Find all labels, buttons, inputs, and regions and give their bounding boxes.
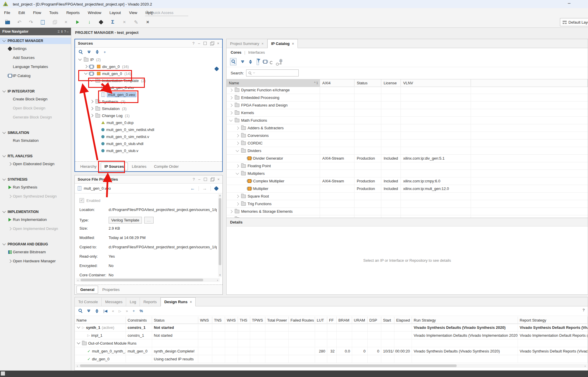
bottom-tab-log[interactable]: Log	[126, 298, 140, 306]
catalog-row-multipliers[interactable]: Multipliers	[227, 170, 588, 177]
source-item-ip[interactable]: IP(2)	[75, 56, 222, 63]
step-to-icon[interactable]: ↓	[86, 19, 92, 25]
minimize-icon[interactable]: –	[198, 41, 200, 46]
run-row-div_gen_0[interactable]: ✓div_gen_0Using cached IP results	[75, 355, 588, 363]
catalog-row-multiplier[interactable]: MultiplierProductionIncludedxilinx.com:i…	[227, 185, 588, 193]
run-row-synth_1[interactable]: ▷synth_1(active)constrs_1Not startedViva…	[75, 324, 588, 331]
menu-edit[interactable]: Edit	[14, 11, 29, 15]
runs-column-constraints[interactable]: Constraints	[126, 317, 152, 324]
run-row-mult_gen_0_synth_1[interactable]: ✓mult_gen_0_synth_1mult_gen_0synth_desig…	[75, 347, 588, 355]
catalog-row-kernels[interactable]: Kernels	[227, 109, 588, 117]
source-item-instantiation-template[interactable]: Instantiation Template(2)	[75, 77, 222, 84]
catalog-row-fpga-features-and-design[interactable]: FPGA Features and Design	[227, 102, 588, 109]
flow-section-project-manager[interactable]: PROJECT MANAGER	[0, 38, 71, 44]
flow-section-synthesis[interactable]: SYNTHESIS	[0, 176, 71, 183]
scroll-right-icon[interactable]: ›	[215, 278, 220, 282]
maximize-icon[interactable]	[204, 178, 207, 181]
source-item-synthesis[interactable]: Synthesis(3)	[75, 98, 222, 105]
scroll-right-icon[interactable]: ›	[583, 364, 587, 368]
enabled-checkbox[interactable]: ✓	[79, 198, 84, 203]
catalog-row-complex-multiplier[interactable]: Complex MultiplierAXI4-StreamProductionI…	[227, 177, 588, 185]
catalog-row-embedded-processing[interactable]: Embedded Processing	[227, 94, 588, 102]
bottom-tab-reports[interactable]: Reports	[140, 298, 161, 306]
flow-item-run-synthesis[interactable]: Run Synthesis	[0, 183, 71, 192]
type-button[interactable]: Verilog Template	[109, 217, 142, 224]
catalog-row-floating-point[interactable]: Floating Point	[227, 162, 588, 170]
search-icon[interactable]	[79, 50, 83, 55]
tab-ip-catalog[interactable]: IP Catalog×	[267, 39, 298, 48]
flow-section-program-and-debug[interactable]: PROGRAM AND DEBUG	[0, 241, 71, 247]
properties-settings-icon[interactable]	[214, 186, 218, 191]
expand-all-icon[interactable]	[95, 309, 99, 313]
source-item-mult_gen_0[interactable]: mult_gen_0(14)	[75, 70, 222, 77]
source-item-mult_gen_0_stub-v[interactable]: mult_gen_0_stub.v	[75, 147, 222, 154]
source-item-mult_gen_0-vho[interactable]: mult_gen_0.vho	[75, 84, 222, 91]
sources-tab-libraries[interactable]: Libraries	[128, 163, 150, 170]
clear-icon[interactable]: ×	[145, 19, 151, 25]
catalog-row-square-root[interactable]: Square Root	[227, 193, 588, 200]
interfaces-link[interactable]: Interfaces	[248, 50, 265, 55]
help-icon[interactable]: ?	[193, 177, 195, 181]
hide-incompatible-icon[interactable]	[257, 60, 259, 64]
float-icon[interactable]	[210, 42, 213, 46]
flow-item-run-simulation[interactable]: Run Simulation	[0, 136, 71, 145]
source-item-mult_gen_0_sim_netlist-vhdl[interactable]: mult_gen_0_sim_netlist.vhdl	[75, 126, 222, 133]
report-summary-icon[interactable]: Σ	[110, 19, 116, 25]
add-repository-icon[interactable]	[263, 60, 267, 64]
runs-column-lut[interactable]: LUT	[315, 317, 327, 324]
menu-reports[interactable]: Reports	[62, 11, 84, 15]
menu-tools[interactable]: Tools	[45, 11, 62, 15]
catalog-row-conversions[interactable]: Conversions	[227, 132, 588, 139]
column-header-name[interactable]: Name^ 1	[227, 79, 320, 87]
source-item-change-log[interactable]: Change Log(1)	[75, 112, 222, 119]
runs-column-dsp[interactable]: DSP	[368, 317, 381, 324]
sources-tab-hierarchy[interactable]: Hierarchy	[77, 163, 100, 170]
runs-column-status[interactable]: Status	[152, 317, 198, 324]
generate-ip-icon[interactable]	[280, 60, 281, 64]
flow-navigator-collapse-icon[interactable]: Ξ ⇕ ? –	[58, 30, 69, 34]
tab-project-summary[interactable]: Project Summary×	[227, 39, 267, 48]
source-item-mult_gen_0_sim_netlist-v[interactable]: mult_gen_0_sim_netlist.v	[75, 133, 222, 140]
copy-icon[interactable]	[51, 19, 57, 25]
catalog-search-input[interactable]	[246, 69, 299, 76]
runs-column-whs[interactable]: WHS	[225, 317, 238, 324]
step-forward-icon[interactable]: »	[126, 309, 128, 313]
edit-icon[interactable]: ✎	[133, 19, 139, 25]
maximize-icon[interactable]	[203, 42, 207, 45]
collapse-all-icon[interactable]	[241, 60, 244, 63]
bottom-tab-design-runs[interactable]: Design Runs×	[161, 297, 196, 306]
source-item-mult_gen_0-veo[interactable]: mult_gen_0.veo	[75, 91, 222, 98]
source-item-mult_gen_0_stub-vhdl[interactable]: mult_gen_0_stub.vhdl	[75, 140, 222, 147]
run-icon[interactable]	[75, 19, 81, 25]
add-run-icon[interactable]: +	[133, 309, 135, 313]
source-item-simulation[interactable]: Simulation(3)	[75, 105, 222, 112]
redo-icon[interactable]: ↷	[28, 19, 34, 25]
expand-all-icon[interactable]	[249, 60, 252, 64]
properties-horizontal-scrollbar[interactable]: ‹ ›	[76, 278, 220, 282]
menu-file[interactable]: File	[0, 11, 14, 15]
expand-all-icon[interactable]	[95, 50, 99, 54]
runs-column-tpws[interactable]: TPWS	[250, 317, 265, 324]
flow-section-simulation[interactable]: SIMULATION	[0, 130, 71, 136]
undo-icon[interactable]: ↶	[16, 19, 22, 25]
column-header-status[interactable]: Status	[354, 79, 381, 87]
float-icon[interactable]	[211, 178, 214, 181]
settings-icon[interactable]	[98, 19, 104, 25]
runs-column-tns[interactable]: TNS	[212, 317, 225, 324]
runs-column-elapsed[interactable]: Elapsed	[394, 317, 412, 324]
source-item-div_gen_0[interactable]: div_gen_0(16)	[75, 63, 222, 70]
menu-flow[interactable]: Flow	[29, 11, 45, 15]
catalog-row-dynamic-function-exchange[interactable]: Dynamic Function eXchange	[227, 86, 588, 94]
scroll-left-icon[interactable]: ‹	[76, 278, 80, 282]
delete-icon[interactable]: ×	[63, 19, 69, 25]
scroll-left-icon[interactable]: ‹	[75, 364, 79, 368]
runs-column-wns[interactable]: WNS	[198, 317, 212, 324]
catalog-row-memories---storage-elements[interactable]: Memories & Storage Elements	[227, 208, 588, 215]
runs-column-failed-routes[interactable]: Failed Routes	[289, 317, 315, 324]
bottom-tab-tcl-console[interactable]: Tcl Console	[75, 298, 102, 306]
flow-item-ip-catalog[interactable]: IP Catalog	[0, 71, 71, 80]
back-arrow-icon[interactable]: ←	[190, 186, 195, 191]
menu-view[interactable]: View	[125, 11, 141, 15]
properties-tab-properties[interactable]: Properties	[99, 286, 123, 293]
flow-item-add-sources[interactable]: Add Sources	[0, 53, 71, 62]
